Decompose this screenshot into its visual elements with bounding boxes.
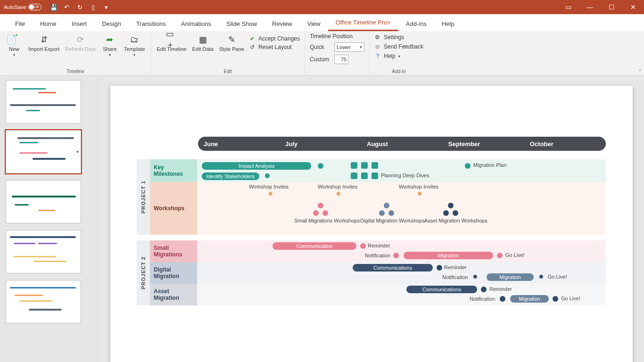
ribbon-group-timeline: 📄＋New▾ ⇵Import Export ⟳Refresh Data ➦Sha… (0, 31, 151, 75)
bar-migration[interactable]: Migration (404, 252, 493, 259)
style-pane-button[interactable]: ✎Style Pane (218, 33, 245, 53)
share-icon: ➦ (104, 34, 116, 45)
project-2-label: PROJECT 2 (137, 240, 150, 305)
slide-thumb-3[interactable] (6, 180, 81, 223)
milestone-migplan[interactable] (465, 163, 471, 169)
accept-changes-button[interactable]: ✔Accept Changes (249, 35, 300, 42)
milestone-golive[interactable] (497, 253, 503, 258)
import-export-button[interactable]: ⇵Import Export (27, 33, 60, 58)
quick-select[interactable]: Lower (334, 42, 364, 52)
minimize-icon[interactable]: — (579, 0, 601, 14)
autosave-switch[interactable]: Off (28, 4, 41, 10)
slide-thumb-4[interactable] (6, 230, 81, 273)
group-label-addin: Add-In (374, 68, 423, 74)
redo-icon[interactable]: ↻ (76, 3, 84, 11)
reset-icon: ↺ (249, 44, 256, 50)
milestone-dot[interactable] (265, 173, 270, 178)
bar-communication[interactable]: Communication (272, 242, 356, 250)
tab-insert[interactable]: Insert (64, 17, 95, 31)
ribbon-options-icon[interactable]: ▭ (557, 0, 579, 14)
reset-layout-button[interactable]: ↺Reset Layout (249, 44, 300, 50)
tab-office-timeline[interactable]: Office Timeline Pro+ (328, 16, 398, 31)
bar-migration[interactable]: Migration (510, 295, 549, 303)
slide[interactable]: June July August September October PROJE… (110, 86, 633, 362)
tab-home[interactable]: Home (33, 17, 64, 31)
style-pane-icon: ✎ (226, 34, 237, 45)
milestone-sq[interactable] (372, 173, 378, 179)
new-icon: 📄＋ (8, 34, 20, 45)
milestone-dot[interactable] (318, 163, 323, 169)
milestone-golive[interactable] (553, 296, 558, 302)
close-icon[interactable]: ✕ (622, 0, 644, 14)
template-button[interactable]: 🗂Template▾ (123, 33, 146, 58)
tab-animations[interactable]: Animations (173, 17, 219, 31)
cluster-dot[interactable] (384, 203, 389, 208)
settings-button[interactable]: ⚙Settings (374, 34, 423, 41)
lane-key-milestones: Key Milestones Impact Analysis Migration… (150, 159, 606, 182)
tab-help[interactable]: Help (434, 17, 462, 31)
milestone-sq[interactable] (372, 162, 378, 169)
slide-canvas[interactable]: June July August September October PROJE… (98, 75, 644, 362)
star-icon[interactable]: ✸ (417, 190, 423, 197)
month-july: July (280, 137, 361, 151)
slide-thumb-5[interactable] (6, 280, 81, 323)
custom-input[interactable]: 75 (334, 55, 348, 64)
milestone-sq[interactable] (351, 173, 357, 179)
tab-view[interactable]: View (300, 17, 328, 31)
tab-file[interactable]: File (8, 17, 33, 31)
qat-more-icon[interactable]: ▾ (103, 3, 110, 11)
milestone-reminder[interactable] (437, 265, 442, 271)
milestone-reminder[interactable] (360, 243, 366, 249)
bar-communications[interactable]: Communications (353, 264, 433, 272)
cluster-dot[interactable] (379, 210, 385, 216)
autosave-toggle[interactable]: AutoSave Off (4, 4, 41, 10)
slide-thumbnails[interactable] (0, 75, 98, 362)
tab-review[interactable]: Review (264, 17, 300, 31)
maximize-icon[interactable]: ☐ (601, 0, 622, 14)
bar-communications[interactable]: Communications (406, 286, 477, 293)
send-feedback-button[interactable]: ☺Send Feedback (374, 43, 423, 50)
star-icon[interactable]: ✸ (472, 273, 479, 280)
cluster-dot[interactable] (388, 210, 394, 216)
refresh-data-button[interactable]: ⟳Refresh Data (64, 33, 97, 58)
bar-migration[interactable]: Migration (487, 273, 534, 281)
cluster-dot[interactable] (448, 203, 454, 208)
label-wsinv: Workshop Invites (314, 184, 361, 189)
undo-icon[interactable]: ↶ (63, 3, 71, 11)
month-august: August (361, 137, 443, 151)
cluster-dot[interactable] (322, 210, 328, 216)
ribbon-group-addin: ⚙Settings ☺Send Feedback ?Help▾ Add-In (370, 31, 428, 75)
slide-thumb-1[interactable] (6, 80, 81, 123)
milestone-notification[interactable] (393, 253, 399, 258)
template-icon: 🗂 (129, 34, 140, 45)
bar-identify-stakeholders[interactable]: Identify Stakeholders (202, 173, 259, 180)
save-icon[interactable]: 💾 (50, 3, 58, 11)
star-icon[interactable]: ✸ (538, 273, 545, 280)
edit-timeline-button[interactable]: ▭＋Edit Timeline (156, 33, 187, 53)
star-icon[interactable]: ✸ (336, 190, 342, 197)
tab-addins[interactable]: Add-ins (398, 17, 434, 31)
milestone-reminder[interactable] (481, 287, 487, 292)
star-icon[interactable]: ✸ (268, 190, 274, 197)
cluster-dot[interactable] (313, 210, 319, 216)
milestone-notification[interactable] (500, 296, 505, 302)
edit-data-button[interactable]: ▦Edit Data (191, 33, 214, 53)
tab-design[interactable]: Design (94, 17, 128, 31)
bar-impact-analysis[interactable]: Impact Analysis (202, 162, 311, 170)
milestone-sq[interactable] (361, 162, 368, 169)
share-button[interactable]: ➦Share▾ (100, 33, 119, 58)
group-label-edit: Edit (156, 68, 300, 74)
collapse-ribbon-icon[interactable]: ˄ (639, 69, 641, 74)
milestone-sq[interactable] (351, 162, 357, 169)
milestone-sq[interactable] (361, 173, 368, 179)
cluster-dot[interactable] (318, 203, 323, 208)
new-timeline-button[interactable]: 📄＋New▾ (5, 33, 24, 58)
present-icon[interactable]: ▯ (90, 3, 97, 11)
label-smw: Small Migrations Workshops (294, 218, 351, 223)
cluster-dot[interactable] (453, 210, 458, 216)
help-button[interactable]: ?Help▾ (374, 53, 423, 59)
window-buttons: ▭ — ☐ ✕ (557, 0, 644, 14)
slide-thumb-2[interactable] (6, 130, 81, 173)
tab-slideshow[interactable]: Slide Show (219, 17, 264, 31)
cluster-dot[interactable] (443, 210, 449, 216)
